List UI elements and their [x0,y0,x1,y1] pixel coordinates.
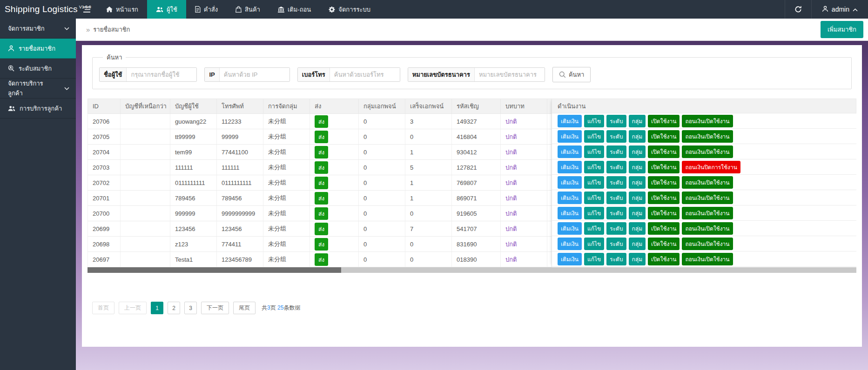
level-button[interactable]: ระดับ [606,161,626,173]
nav-item-system[interactable]: จัดการระบบ [320,0,379,19]
page-number-button[interactable]: 1 [151,302,163,314]
nav-item-orders[interactable]: คำสั่ง [186,0,227,19]
level-button[interactable]: ระดับ [606,238,626,250]
topup-button[interactable]: เติมเงิน [558,145,582,158]
send-button[interactable]: ส่ง [315,223,328,235]
sidebar-item-member-list[interactable]: รายชื่อสมาชิก [0,39,76,59]
enable-button[interactable]: เปิดใช้งาน [648,207,680,219]
level-button[interactable]: ระดับ [606,115,626,127]
send-button[interactable]: ส่ง [315,207,328,220]
page-next-button[interactable]: 下一页 [201,302,229,314]
phone-field[interactable] [330,68,400,81]
level-button[interactable]: ระดับ [606,145,626,158]
topup-button[interactable]: เติมเงิน [558,176,582,189]
send-button[interactable]: ส่ง [315,192,328,205]
withdraw-toggle-button[interactable]: ถอนเงินปิดการใช้งาน [682,161,740,173]
sidebar-section-customer-service[interactable]: จัดการบริการลูกค้า [0,79,76,99]
withdraw-toggle-button[interactable]: ถอนเงินเปิดใช้งาน [682,130,733,143]
group-button[interactable]: กลุ่ม [629,222,646,235]
withdraw-toggle-button[interactable]: ถอนเงินเปิดใช้งาน [682,145,733,158]
page-number-button[interactable]: 2 [168,302,180,314]
group-button[interactable]: กลุ่ม [629,192,646,204]
group-button[interactable]: กลุ่ม [629,176,646,189]
page-last-button[interactable]: 尾页 [233,302,256,314]
edit-button[interactable]: แก้ไข [584,145,604,158]
group-button[interactable]: กลุ่ม [629,207,646,219]
group-button[interactable]: กลุ่ม [629,253,646,265]
edit-button[interactable]: แก้ไข [584,238,604,250]
edit-button[interactable]: แก้ไข [584,176,604,189]
enable-button[interactable]: เปิดใช้งาน [648,222,680,235]
horizontal-scrollbar[interactable] [87,267,856,273]
topup-button[interactable]: เติมเงิน [558,222,582,235]
level-button[interactable]: ระดับ [606,176,626,189]
enable-button[interactable]: เปิดใช้งาน [648,192,680,204]
topup-button[interactable]: เติมเงิน [558,253,582,265]
send-button[interactable]: ส่ง [315,177,328,189]
page-number-button[interactable]: 3 [184,302,197,314]
withdraw-toggle-button[interactable]: ถอนเงินเปิดใช้งาน [682,253,733,265]
topup-button[interactable]: เติมเงิน [558,207,582,219]
send-button[interactable]: ส่ง [315,115,328,128]
scrollbar-thumb[interactable] [87,267,341,273]
send-button[interactable]: ส่ง [315,238,328,251]
user-menu[interactable]: admin [812,0,868,19]
level-button[interactable]: ระดับ [606,130,626,143]
topup-button[interactable]: เติมเงิน [558,238,582,250]
page-prev-button[interactable]: 上一页 [119,302,147,314]
enable-button[interactable]: เปิดใช้งาน [648,253,680,265]
enable-button[interactable]: เปิดใช้งาน [648,130,680,143]
withdraw-toggle-button[interactable]: ถอนเงินเปิดใช้งาน [682,222,733,235]
edit-button[interactable]: แก้ไข [584,207,604,219]
withdraw-toggle-button[interactable]: ถอนเงินเปิดใช้งาน [682,192,733,204]
group-button[interactable]: กลุ่ม [629,161,646,173]
nav-item-users[interactable]: ผู้ใช้ [147,0,186,19]
enable-button[interactable]: เปิดใช้งาน [648,145,680,158]
search-button[interactable]: ค้นหา [552,67,591,82]
sidebar-section-member-management[interactable]: จัดการสมาชิก [0,19,76,39]
withdraw-toggle-button[interactable]: ถอนเงินเปิดใช้งาน [682,207,733,219]
level-button[interactable]: ระดับ [606,222,626,235]
edit-button[interactable]: แก้ไข [584,222,604,235]
group-button[interactable]: กลุ่ม [629,145,646,158]
topup-button[interactable]: เติมเงิน [558,161,582,173]
topup-button[interactable]: เติมเงิน [558,130,582,143]
enable-button[interactable]: เปิดใช้งาน [648,238,680,250]
send-button[interactable]: ส่ง [315,161,328,174]
send-button[interactable]: ส่ง [315,131,328,143]
nav-item-deposit-withdraw[interactable]: เติม-ถอน [269,0,320,19]
edit-button[interactable]: แก้ไข [584,253,604,265]
withdraw-toggle-button[interactable]: ถอนเงินเปิดใช้งาน [682,238,733,250]
sidebar-item-customer-service[interactable]: การบริการลูกค้า [0,99,76,119]
group-button[interactable]: กลุ่ม [629,130,646,143]
withdraw-toggle-button[interactable]: ถอนเงินเปิดใช้งาน [682,115,733,127]
edit-button[interactable]: แก้ไข [584,115,604,127]
edit-button[interactable]: แก้ไข [584,161,604,173]
bank-card-field[interactable] [475,68,545,81]
level-button[interactable]: ระดับ [606,253,626,265]
edit-button[interactable]: แก้ไข [584,192,604,204]
level-button[interactable]: ระดับ [606,192,626,204]
enable-button[interactable]: เปิดใช้งาน [648,115,680,127]
send-button[interactable]: ส่ง [315,146,328,159]
sidebar-item-member-level[interactable]: ระดับสมาชิก [0,59,76,79]
topup-button[interactable]: เติมเงิน [558,192,582,204]
nav-item-home[interactable]: หน้าแรก [97,0,147,19]
nav-item-products[interactable]: สินค้า [227,0,269,19]
enable-button[interactable]: เปิดใช้งาน [648,161,680,173]
topup-button[interactable]: เติมเงิน [558,115,582,127]
enable-button[interactable]: เปิดใช้งาน [648,176,680,189]
username-field[interactable] [127,68,196,81]
refresh-button[interactable] [785,0,811,19]
withdraw-toggle-button[interactable]: ถอนเงินเปิดใช้งาน [682,176,733,189]
add-member-button[interactable]: เพิ่มสมาชิก [821,21,863,38]
page-first-button[interactable]: 首页 [92,302,114,314]
group-button[interactable]: กลุ่ม [629,115,646,127]
send-button[interactable]: ส่ง [315,253,328,266]
level-button[interactable]: ระดับ [606,207,626,219]
edit-button[interactable]: แก้ไข [584,130,604,143]
ip-field[interactable] [220,68,289,81]
cell-single-done: 0 [405,252,452,267]
sidebar-toggle-button[interactable] [76,0,97,19]
group-button[interactable]: กลุ่ม [629,238,646,250]
